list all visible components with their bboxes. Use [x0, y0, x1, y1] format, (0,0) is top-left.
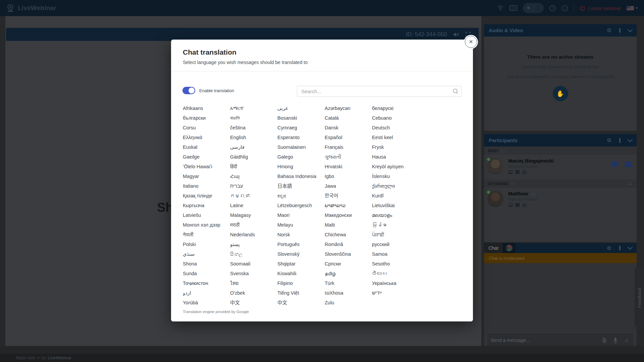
language-option[interactable]: Bahasa Indonesia: [277, 172, 325, 181]
language-option[interactable]: English: [230, 133, 277, 142]
language-option[interactable]: Cebuano: [372, 113, 419, 123]
leave-webinar-button[interactable]: Leave webinar: [580, 5, 621, 11]
language-option[interactable]: ქართული: [372, 181, 419, 191]
language-option[interactable]: Italiano: [183, 181, 230, 191]
language-option[interactable]: Latine: [230, 201, 277, 210]
language-option[interactable]: मराठी: [230, 220, 277, 230]
language-option[interactable]: Malti: [325, 220, 372, 230]
language-option[interactable]: Yorùbá: [183, 298, 230, 308]
language-option[interactable]: Lietuviškai: [372, 201, 419, 210]
chevron-down-icon[interactable]: [628, 137, 633, 142]
language-option[interactable]: Slovenščina: [325, 249, 372, 259]
speaker-icon[interactable]: [453, 32, 459, 37]
chevron-down-icon[interactable]: [628, 245, 633, 250]
language-option[interactable]: ʻŌlelo Hawaiʻi: [183, 162, 230, 172]
language-option[interactable]: Igbo: [325, 172, 372, 181]
language-option[interactable]: български: [183, 113, 230, 123]
language-option[interactable]: Монгол хэл дээр: [183, 220, 230, 230]
language-option[interactable]: Тоҷикистон: [183, 279, 230, 288]
language-option[interactable]: Sesotho: [372, 259, 419, 269]
language-option[interactable]: فارسی: [230, 142, 277, 152]
language-selector[interactable]: [627, 6, 638, 10]
language-option[interactable]: ಕನ್ನಡ: [277, 191, 325, 201]
closed-captions-icon[interactable]: CC: [509, 5, 517, 11]
language-option[interactable]: Hrvatski: [325, 162, 372, 172]
language-option[interactable]: កម្ពុជា: [230, 191, 277, 201]
gear-icon[interactable]: ⚙: [607, 245, 611, 251]
language-option[interactable]: Latviešu: [183, 210, 230, 220]
language-option[interactable]: Deutsch: [372, 123, 419, 133]
language-option[interactable]: Nederlands: [230, 230, 277, 240]
language-option[interactable]: Tiếng Việt: [277, 288, 325, 298]
gear-icon[interactable]: ⚙: [607, 137, 611, 143]
language-option[interactable]: O'zbek: [230, 288, 277, 298]
language-option[interactable]: Afrikaans: [183, 104, 230, 113]
language-option[interactable]: 中文: [277, 298, 325, 308]
language-option[interactable]: Norsk: [277, 230, 325, 240]
language-option[interactable]: বাঙালি: [230, 113, 277, 123]
panel-options-icon[interactable]: [619, 28, 621, 33]
language-option[interactable]: తెలుగు: [372, 269, 419, 279]
folder-icon[interactable]: [625, 161, 632, 168]
panel-options-icon[interactable]: [619, 245, 621, 251]
language-option[interactable]: မြန်မာ: [372, 220, 419, 230]
language-option[interactable]: Gaeilge: [183, 152, 230, 162]
language-option[interactable]: Sunda: [183, 269, 230, 279]
search-participants-icon[interactable]: [628, 181, 633, 186]
language-option[interactable]: Melayu: [277, 220, 325, 230]
language-option[interactable]: IsiXhosa: [325, 288, 372, 298]
language-option[interactable]: Chichewa: [325, 230, 372, 240]
language-option[interactable]: Français: [325, 142, 372, 152]
feedback-tab[interactable]: Feedback: [635, 268, 644, 327]
info-icon[interactable]: i: [561, 5, 568, 11]
language-option[interactable]: हिंदी: [230, 162, 277, 172]
language-option[interactable]: Shona: [183, 259, 230, 269]
language-option[interactable]: Հայ: [230, 172, 277, 181]
language-option[interactable]: Türk: [325, 279, 372, 288]
language-option[interactable]: Suomalainen: [277, 142, 325, 152]
chat-translation-button[interactable]: [503, 243, 516, 253]
language-option[interactable]: Euskal: [183, 142, 230, 152]
language-option[interactable]: Zulu: [325, 298, 372, 308]
language-option[interactable]: русский: [372, 240, 419, 249]
language-option[interactable]: Cymraeg: [277, 123, 325, 133]
language-option[interactable]: Galego: [277, 152, 325, 162]
language-option[interactable]: മലയാളം: [372, 210, 419, 220]
language-option[interactable]: Kiswahili: [277, 269, 325, 279]
language-option[interactable]: தமிழ்: [325, 269, 372, 279]
language-option[interactable]: Polski: [183, 240, 230, 249]
language-option[interactable]: عربى: [277, 104, 325, 113]
language-option[interactable]: Slovenský: [277, 249, 325, 259]
theme-toggle[interactable]: ☀ ☾: [523, 3, 544, 13]
language-search-input[interactable]: [297, 86, 462, 97]
language-option[interactable]: Azərbaycan: [325, 104, 372, 113]
language-option[interactable]: سنڌي: [183, 249, 230, 259]
language-option[interactable]: پښتو: [230, 240, 277, 249]
language-option[interactable]: Dansk: [325, 123, 372, 133]
language-option[interactable]: 日本語: [277, 181, 325, 191]
language-option[interactable]: Português: [277, 240, 325, 249]
language-option[interactable]: Svenska: [230, 269, 277, 279]
language-option[interactable]: Shqiptar: [277, 259, 325, 269]
attachment-icon[interactable]: [602, 338, 607, 343]
chevron-down-icon[interactable]: [628, 27, 633, 32]
language-option[interactable]: Ελληνικά: [183, 133, 230, 142]
language-option[interactable]: Esperanto: [277, 133, 325, 142]
language-option[interactable]: Кыргызча: [183, 201, 230, 210]
language-option[interactable]: 中文: [230, 298, 277, 308]
language-option[interactable]: Filipino: [277, 279, 325, 288]
language-option[interactable]: Català: [325, 113, 372, 123]
language-option[interactable]: Jawa: [325, 181, 372, 191]
language-option[interactable]: беларускі: [372, 104, 419, 113]
language-option[interactable]: Samoa: [372, 249, 419, 259]
language-option[interactable]: ਪੰਜਾਬੀ: [372, 230, 419, 240]
language-option[interactable]: नेपाली: [183, 230, 230, 240]
language-option[interactable]: සිංහල: [230, 249, 277, 259]
tab-chat[interactable]: Chat: [484, 243, 503, 253]
language-option[interactable]: ગુજરાતી: [325, 152, 372, 162]
language-option[interactable]: ພາສາລາວ: [325, 201, 372, 210]
language-option[interactable]: Maori: [277, 210, 325, 220]
language-option[interactable]: Hmong: [277, 162, 325, 172]
language-option[interactable]: Magyar: [183, 172, 230, 181]
language-option[interactable]: Corsu: [183, 123, 230, 133]
